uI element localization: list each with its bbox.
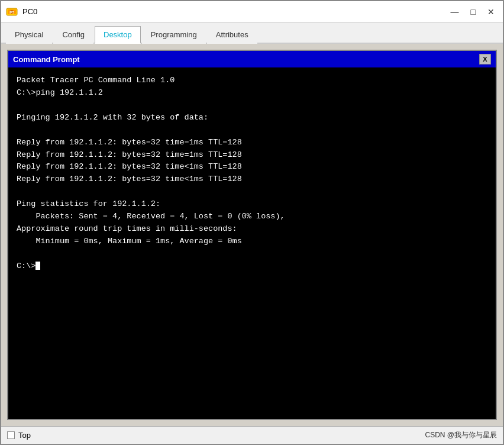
title-bar-left: PT PC0 [6, 6, 37, 18]
tab-desktop[interactable]: Desktop [95, 26, 141, 44]
minimize-button[interactable]: — [447, 7, 463, 17]
tab-physical[interactable]: Physical [6, 26, 52, 44]
tab-bar: Physical Config Desktop Programming Attr… [1, 22, 503, 44]
bottom-bar: Top CSDN @我与你与星辰 [1, 426, 503, 444]
app-icon: PT [6, 6, 18, 18]
cmd-output[interactable]: Packet Tracer PC Command Line 1.0 C:\>pi… [8, 67, 496, 419]
title-bar: PT PC0 — □ ✕ [1, 1, 503, 22]
main-content: Command Prompt X Packet Tracer PC Comman… [1, 44, 503, 426]
watermark: CSDN @我与你与星辰 [425, 430, 497, 440]
cursor [35, 262, 40, 270]
window-controls: — □ ✕ [447, 7, 498, 17]
bottom-left: Top [7, 431, 31, 440]
cmd-close-button[interactable]: X [479, 54, 491, 65]
command-prompt-window: Command Prompt X Packet Tracer PC Comman… [7, 50, 497, 420]
tab-attributes[interactable]: Attributes [207, 26, 257, 44]
top-checkbox[interactable] [7, 431, 15, 439]
cmd-title-bar: Command Prompt X [8, 51, 496, 67]
window-title: PC0 [22, 7, 37, 16]
svg-text:PT: PT [9, 11, 14, 14]
tab-config[interactable]: Config [53, 26, 93, 44]
maximize-button[interactable]: □ [467, 7, 479, 17]
cmd-window-title: Command Prompt [13, 55, 80, 64]
top-label: Top [18, 431, 31, 440]
close-button[interactable]: ✕ [484, 7, 498, 17]
tab-programming[interactable]: Programming [142, 26, 206, 44]
